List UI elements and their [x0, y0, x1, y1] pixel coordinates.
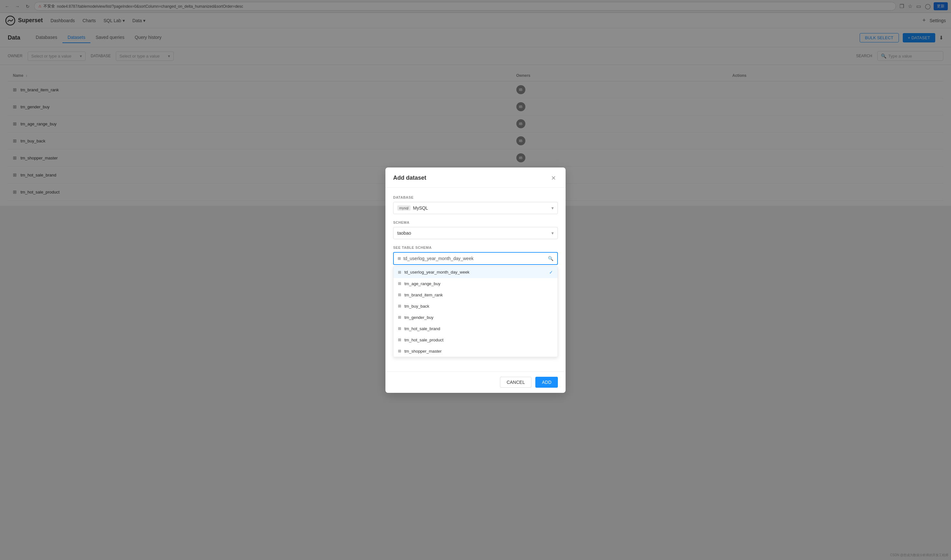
database-field-label: DATABASE — [393, 195, 558, 199]
modal-title: Add dataset — [393, 175, 426, 181]
database-select[interactable]: mysql MySQL ▾ — [393, 202, 558, 206]
modal-overlay[interactable]: Add dataset ✕ DATABASE mysql MySQL ▾ SCH… — [0, 0, 951, 206]
modal-body: DATABASE mysql MySQL ▾ SCHEMA taobao ▾ — [385, 188, 566, 206]
database-select-arrow: ▾ — [552, 205, 554, 206]
database-value: MySQL — [413, 205, 428, 206]
database-field-group: DATABASE mysql MySQL ▾ — [393, 195, 558, 206]
database-badge: mysql — [397, 205, 410, 206]
modal-header: Add dataset ✕ — [385, 168, 566, 188]
modal-close-button[interactable]: ✕ — [549, 174, 558, 182]
add-dataset-modal: Add dataset ✕ DATABASE mysql MySQL ▾ SCH… — [385, 168, 566, 206]
